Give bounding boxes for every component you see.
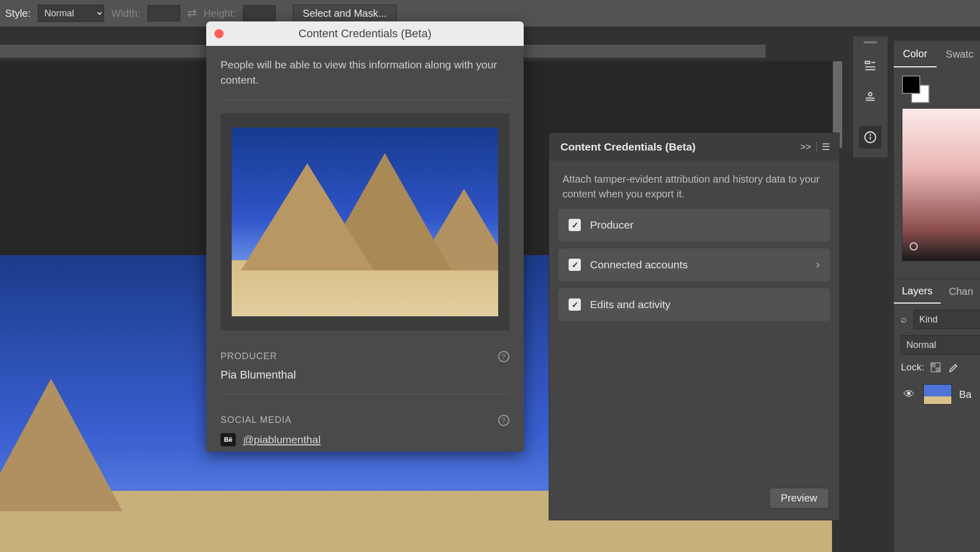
row-connected-accounts[interactable]: ✓ Connected accounts › — [558, 248, 830, 281]
help-icon[interactable]: ? — [498, 351, 509, 362]
search-icon: ⌕ — [901, 314, 906, 325]
foreground-color-icon[interactable] — [902, 76, 920, 94]
width-field[interactable] — [148, 5, 180, 21]
dialog-title: Content Credentials (Beta) — [206, 27, 524, 40]
collapse-icon[interactable]: >> — [800, 142, 811, 153]
behance-icon: Bē — [220, 433, 236, 446]
color-cursor-icon — [910, 242, 918, 250]
tab-channels[interactable]: Chan — [941, 279, 980, 304]
layer-kind-select[interactable]: Kind — [914, 310, 980, 329]
color-picker[interactable] — [902, 108, 980, 261]
row-edits-label: Edits and activity — [590, 298, 671, 311]
row-edits-activity[interactable]: ✓ Edits and activity — [558, 288, 830, 321]
layer-item-background[interactable]: 👁 Ba — [901, 380, 980, 409]
right-panels: Color Swatc Layers Chan ⌕ Kind Normal Lo… — [893, 41, 980, 552]
panel-description: Attach tamper-evident attribution and hi… — [549, 161, 839, 209]
swap-dimensions-icon[interactable]: ⇄ — [187, 7, 197, 20]
tab-color[interactable]: Color — [894, 41, 937, 67]
tab-swatches[interactable]: Swatc — [937, 41, 980, 67]
info-icon[interactable] — [859, 126, 881, 148]
svg-point-9 — [870, 135, 870, 135]
style-label: Style: — [5, 8, 31, 19]
lock-brush-icon[interactable] — [947, 361, 961, 374]
preview-thumbnail — [232, 128, 498, 316]
lock-label: Lock: — [901, 362, 924, 373]
chevron-right-icon[interactable]: › — [816, 258, 820, 271]
svg-rect-11 — [932, 363, 936, 367]
social-section: SOCIAL MEDIA ? Bē @piablumenthal — [220, 415, 509, 446]
style-select[interactable]: Normal — [38, 5, 104, 22]
lock-transparency-icon[interactable] — [929, 361, 942, 374]
checkbox-producer[interactable]: ✓ — [569, 219, 581, 231]
color-tabs: Color Swatc — [894, 41, 980, 67]
checkbox-edits[interactable]: ✓ — [569, 298, 581, 311]
svg-rect-0 — [865, 61, 870, 63]
panel-menu-icon[interactable]: ☰ — [822, 141, 830, 153]
separator — [816, 142, 817, 152]
width-label: Width: — [111, 8, 140, 19]
social-heading: SOCIAL MEDIA — [220, 415, 291, 425]
dialog-titlebar[interactable]: Content Credentials (Beta) — [206, 21, 524, 46]
preview-button[interactable]: Preview — [769, 488, 829, 509]
svg-point-4 — [869, 92, 872, 96]
row-producer[interactable]: ✓ Producer — [558, 209, 830, 241]
color-swatch[interactable] — [902, 76, 929, 103]
svg-rect-12 — [936, 367, 940, 372]
paragraph-styles-icon[interactable] — [859, 55, 881, 77]
panel-title: Content Credentials (Beta) — [560, 141, 696, 153]
dialog-description: People will be able to view this informa… — [220, 57, 509, 100]
layer-name: Ba — [959, 389, 971, 400]
row-producer-label: Producer — [590, 219, 633, 231]
producer-heading: PRODUCER — [220, 351, 277, 362]
dialog-preview-area — [220, 113, 509, 331]
content-credentials-dialog: Content Credentials (Beta) People will b… — [206, 21, 524, 451]
layer-thumbnail — [923, 384, 952, 405]
blend-mode-select[interactable]: Normal — [901, 335, 980, 355]
lock-row: Lock: — [901, 361, 980, 374]
dock-grip-icon[interactable] — [864, 41, 877, 43]
visibility-icon[interactable]: 👁 — [902, 388, 916, 401]
social-handle-link[interactable]: @piablumenthal — [243, 434, 321, 446]
height-field[interactable] — [243, 5, 276, 21]
close-icon[interactable] — [214, 29, 224, 38]
content-credentials-panel: Content Credentials (Beta) >> ☰ Attach t… — [549, 133, 840, 520]
layers-panel: Layers Chan ⌕ Kind Normal Lock: 👁 — [894, 279, 980, 415]
icon-dock — [852, 36, 888, 158]
tab-layers[interactable]: Layers — [894, 279, 941, 304]
select-and-mask-button[interactable]: Select and Mask... — [293, 5, 397, 22]
producer-name: Pia Blumenthal — [220, 368, 509, 382]
height-label: Height: — [204, 8, 236, 19]
checkbox-connected[interactable]: ✓ — [569, 259, 581, 271]
adjustments-icon[interactable] — [859, 85, 881, 108]
producer-section: PRODUCER ? Pia Blumenthal — [220, 351, 509, 394]
panel-header[interactable]: Content Credentials (Beta) >> ☰ — [549, 133, 839, 161]
help-icon[interactable]: ? — [498, 415, 509, 426]
row-connected-label: Connected accounts — [590, 259, 688, 271]
